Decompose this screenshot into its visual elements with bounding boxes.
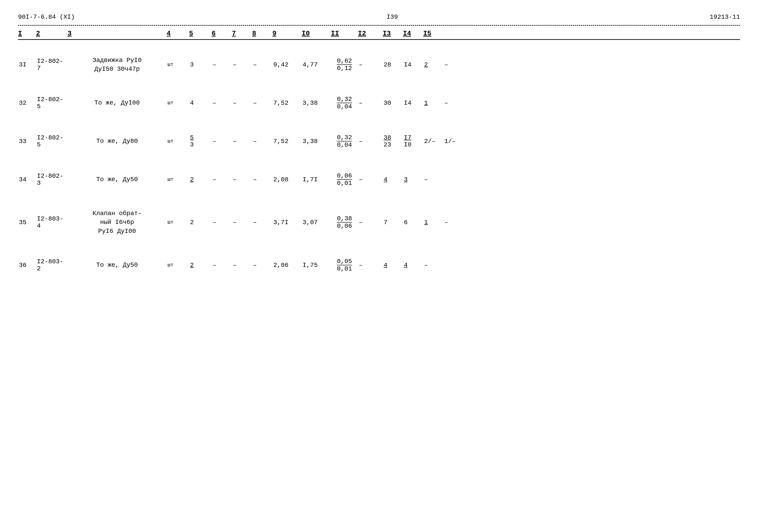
row-code: I2-802-5 (36, 134, 68, 148)
row-c12: – (358, 219, 383, 226)
row-code: I2-802-5 (36, 96, 68, 110)
row-num: 36 (18, 262, 36, 269)
row-desc: Клапан обрат– ный I6ч6р РуI6 ДуI00 (68, 209, 167, 235)
table-row: 32 I2-802-5 То же, ДуI00 шт 4 – – – 7,52… (18, 85, 740, 121)
row-num: 35 (18, 219, 36, 226)
col-15: I5 (423, 30, 443, 37)
row-c7: – (232, 176, 252, 183)
header-center: I39 (387, 14, 398, 20)
col-12: I2 (358, 30, 383, 37)
row-c7: – (232, 262, 252, 269)
row-c15: 1 (423, 99, 443, 107)
header-left: 90I-7-6.84 (XI) (18, 14, 75, 20)
table-row: 34 I2-802-3 То же, Ду50 шт 2 – – – 2,08 … (18, 161, 740, 197)
row-c7: – (232, 61, 252, 68)
row-desc: То же, ДуI00 (68, 98, 167, 107)
row-num: 33 (18, 138, 36, 145)
row-c12: – (358, 176, 383, 183)
row-c10: I,75 (302, 262, 331, 269)
row-c9: 7,52 (272, 99, 302, 107)
table-row: 3I I2-802-7 Задвижка РуI0 ДуI50 30ч47р ш… (18, 47, 740, 83)
row-c13: 38 23 (383, 134, 403, 148)
row-c15: – (423, 262, 443, 269)
col-14: I4 (403, 30, 423, 37)
page-header: 90I-7-6.84 (XI) I39 19213-11 (18, 14, 740, 20)
row-c12: – (358, 262, 383, 269)
row-code: I2-802-7 (36, 58, 68, 72)
table-row: 36 I2-803-2 То же, Ду50 шт 2 – – – 2,06 … (18, 247, 740, 283)
row-c6: – (212, 262, 232, 269)
row-c11: 0,06 0,01 (331, 172, 358, 187)
col-9: 9 (272, 30, 302, 37)
row-desc: То же, Ду50 (68, 261, 167, 269)
row-c11: 0,05 0,01 (331, 258, 358, 272)
row-c5: 4 (189, 99, 212, 107)
row-c13: 7 (383, 219, 403, 226)
row-c15: 1 (423, 219, 443, 226)
row-unit: шт (167, 100, 189, 106)
row-c13: 4 (383, 176, 403, 183)
row-c9: 2,06 (272, 262, 302, 269)
row-c7: – (232, 219, 252, 226)
row-c8: – (252, 138, 272, 145)
row-c9: 7,52 (272, 138, 302, 145)
row-c12: – (358, 138, 383, 145)
row-c14: 4 (403, 262, 423, 269)
row-c5: 5 3 (189, 134, 212, 148)
row-code: I2-802-3 (36, 172, 68, 187)
row-c8: – (252, 262, 272, 269)
column-headers: I 2 3 4 5 6 7 8 9 I0 II I2 I3 I4 I5 (18, 30, 740, 40)
col-11: II (331, 30, 358, 37)
row-c5: 2 (189, 176, 212, 183)
col-8: 8 (252, 30, 272, 37)
row-c9: 3,7I (272, 219, 302, 226)
row-c6: – (212, 99, 232, 107)
row-c11: 0,38 0,06 (331, 215, 358, 230)
row-c14: I4 (403, 61, 423, 68)
row-num: 32 (18, 99, 36, 107)
row-desc: Задвижка РуI0 ДуI50 30ч47р (68, 56, 167, 73)
row-c16: – (443, 219, 464, 226)
row-c8: – (252, 176, 272, 183)
row-c13: 4 (383, 262, 403, 269)
row-c11: 0,32 0,04 (331, 96, 358, 110)
row-c15: – (423, 176, 443, 183)
row-c7: – (232, 138, 252, 145)
row-c6: – (212, 138, 232, 145)
row-c15: 2/– (423, 138, 443, 145)
row-unit: шт (167, 62, 189, 68)
row-desc: То же, Ду80 (68, 137, 167, 146)
row-c9: 2,08 (272, 176, 302, 183)
row-c14: 3 (403, 176, 423, 183)
row-unit: шт (167, 138, 189, 144)
row-code: I2-803-2 (36, 258, 68, 272)
row-c8: – (252, 61, 272, 68)
row-c9: 9,42 (272, 61, 302, 68)
row-c10: I,7I (302, 176, 331, 183)
col-10: I0 (302, 30, 331, 37)
row-c8: – (252, 219, 272, 226)
col-7: 7 (232, 30, 252, 37)
row-unit: шт (167, 263, 189, 268)
top-dashed-rule (18, 25, 740, 26)
row-num: 34 (18, 176, 36, 183)
row-c14: I4 (403, 99, 423, 107)
col-5: 5 (189, 30, 212, 37)
row-c16: – (443, 99, 464, 107)
row-c11: 0,62 0,12 (331, 57, 358, 72)
col-3: 3 (68, 30, 167, 37)
row-unit: шт (167, 177, 189, 182)
col-13: I3 (383, 30, 403, 37)
row-c12: – (358, 61, 383, 68)
row-c6: – (212, 219, 232, 226)
row-c11: 0,32 0,04 (331, 134, 358, 148)
row-c14: 6 (403, 219, 423, 226)
row-c5: 2 (189, 262, 212, 269)
table-row: 35 I2-803-4 Клапан обрат– ный I6ч6р РуI6… (18, 200, 740, 245)
row-c8: – (252, 99, 272, 107)
row-c5: 2 (189, 219, 212, 226)
header-right: 19213-11 (710, 14, 740, 20)
data-table: 3I I2-802-7 Задвижка РуI0 ДуI50 30ч47р ш… (18, 47, 740, 283)
row-unit: шт (167, 220, 189, 225)
col-2: 2 (36, 30, 68, 37)
